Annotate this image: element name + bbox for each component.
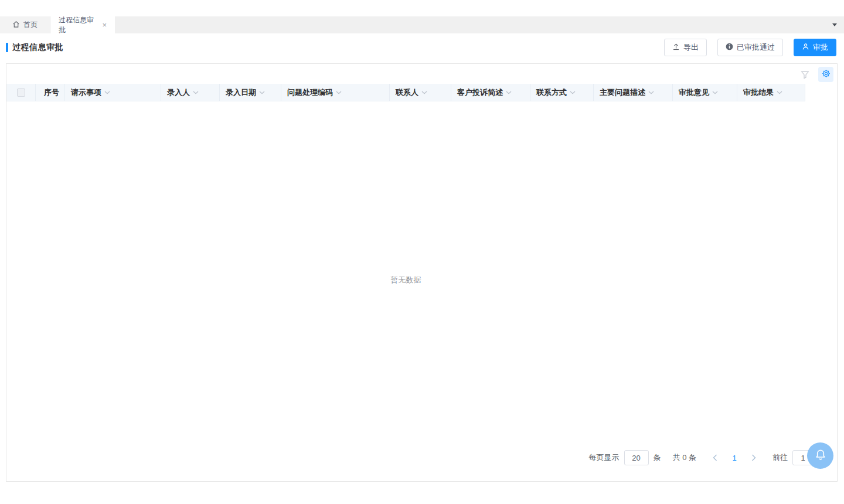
column-header-request-item[interactable]: 请示事项 <box>65 84 161 101</box>
tab-bar: 首页 过程信息审批 × <box>0 16 844 33</box>
column-header-main-issue[interactable]: 主要问题描述 <box>594 84 673 101</box>
settings-button[interactable] <box>818 67 833 82</box>
tab-label: 首页 <box>23 20 38 30</box>
column-header-index[interactable]: 序号 <box>36 84 65 101</box>
total-count: 共 0 条 <box>673 452 696 463</box>
per-page-label: 每页显示 <box>589 452 620 463</box>
page-number[interactable]: 1 <box>727 454 742 462</box>
gear-icon <box>822 69 831 80</box>
next-page-button[interactable] <box>747 450 761 465</box>
chevron-down-icon <box>712 91 718 94</box>
caret-down-icon[interactable] <box>832 23 837 26</box>
pagination: 每页显示 条 共 0 条 1 前往 页 <box>589 449 826 466</box>
export-button[interactable]: 导出 <box>664 39 707 56</box>
approved-button[interactable]: 已审批通过 <box>717 39 783 56</box>
funnel-icon[interactable] <box>797 67 812 82</box>
notification-fab[interactable] <box>807 442 833 469</box>
tab-process-approval[interactable]: 过程信息审批 × <box>50 16 115 33</box>
table-card: 序号 请示事项 录入人 录入日期 问题处理编码 联系人 客户投诉简述 联系方式 <box>6 63 838 482</box>
chevron-down-icon <box>506 91 512 94</box>
column-header-contact-method[interactable]: 联系方式 <box>530 84 594 101</box>
title-accent-bar <box>6 43 8 52</box>
chevron-down-icon <box>259 91 265 94</box>
export-button-label: 导出 <box>683 42 699 53</box>
column-header-approval-opinion[interactable]: 审批意见 <box>673 84 737 101</box>
page-header: 过程信息审批 导出 已审批通过 审批 <box>6 39 836 56</box>
column-header-contact[interactable]: 联系人 <box>390 84 451 101</box>
per-page-unit: 条 <box>654 452 661 463</box>
chevron-down-icon <box>104 91 110 94</box>
tab-label: 过程信息审批 <box>59 15 96 35</box>
person-icon <box>802 43 809 52</box>
column-header-issue-code[interactable]: 问题处理编码 <box>281 84 390 101</box>
chevron-down-icon <box>648 91 654 94</box>
page-title: 过程信息审批 <box>12 42 63 53</box>
upload-icon <box>672 43 680 52</box>
select-all-checkbox[interactable] <box>17 88 25 97</box>
per-page-input[interactable] <box>624 450 649 465</box>
column-header-entered-by[interactable]: 录入人 <box>161 84 220 101</box>
approve-button-label: 审批 <box>813 42 828 53</box>
close-icon[interactable]: × <box>102 21 107 29</box>
bell-icon <box>814 448 828 464</box>
chevron-down-icon <box>570 91 576 94</box>
chevron-down-icon <box>421 91 427 94</box>
chevron-down-icon <box>336 91 342 94</box>
chevron-down-icon <box>193 91 199 94</box>
home-icon <box>12 21 20 30</box>
column-header-complaint-summary[interactable]: 客户投诉简述 <box>451 84 530 101</box>
tab-home[interactable]: 首页 <box>0 16 50 33</box>
goto-label: 前往 <box>772 452 788 463</box>
approved-button-label: 已审批通过 <box>737 42 775 53</box>
chevron-down-icon <box>777 91 782 94</box>
prev-page-button[interactable] <box>708 450 722 465</box>
info-icon <box>726 43 733 52</box>
select-all-cell <box>6 84 36 101</box>
table-toolbar <box>797 65 833 84</box>
approve-button[interactable]: 审批 <box>794 39 836 56</box>
table-header: 序号 请示事项 录入人 录入日期 问题处理编码 联系人 客户投诉简述 联系方式 <box>6 84 805 101</box>
column-header-entry-date[interactable]: 录入日期 <box>220 84 281 101</box>
column-header-approval-result[interactable]: 审批结果 <box>737 84 805 101</box>
empty-state-text: 暂无数据 <box>6 275 805 285</box>
action-buttons: 导出 已审批通过 审批 <box>664 39 836 56</box>
